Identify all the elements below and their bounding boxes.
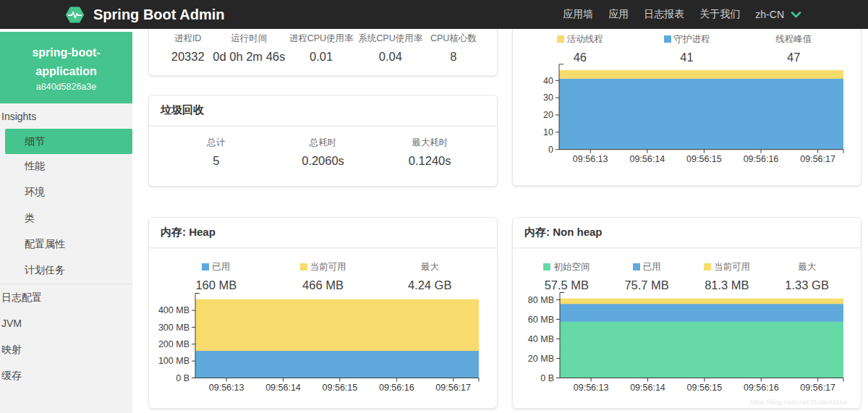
legend-label-row: 已用	[163, 262, 270, 273]
legend-label-row: 线程峰值	[740, 34, 847, 45]
legend-daemon-threads: 守护进程 41	[634, 34, 741, 64]
metric-label: CPU核心数	[424, 33, 483, 44]
locale-value: zh-CN	[755, 9, 784, 20]
svg-text:09:56:14: 09:56:14	[630, 383, 665, 393]
svg-text:09:56:13: 09:56:13	[574, 383, 609, 393]
sidebar-item-details[interactable]: 细节	[25, 135, 45, 148]
nonheap-committed-swatch	[704, 263, 711, 271]
nav-item-about[interactable]: 关于我们	[699, 8, 740, 21]
svg-text:40: 40	[543, 76, 553, 86]
process-metrics-row: 进程ID 20332 运行时间 0d 0h 2m 46s 进程CPU使用率 0.…	[163, 33, 483, 64]
threads-chart: 01020304009:56:1309:56:1409:56:1509:56:1…	[513, 62, 854, 165]
svg-text:300 MB: 300 MB	[158, 323, 190, 333]
live-threads-swatch	[557, 35, 564, 43]
nonheap-legend: 初始空间 57.5 MB 已用 75.7 MB 当前可用 81.3 MB 最大 …	[527, 262, 847, 292]
svg-text:80 MB: 80 MB	[528, 295, 554, 305]
metric-label: 进程CPU使用率	[285, 33, 357, 44]
application-name-line2: application	[0, 62, 132, 81]
legend-label: 最大	[421, 262, 439, 272]
legend-nonheap-committed: 当前可用 81.3 MB	[687, 262, 767, 292]
application-name-line1: spring-boot-	[0, 43, 132, 62]
svg-text:09:56:14: 09:56:14	[265, 383, 301, 393]
svg-text:400 MB: 400 MB	[158, 305, 190, 315]
legend-heap-used: 已用 160 MB	[163, 262, 270, 292]
metric-value: 0.2060s	[270, 153, 377, 168]
svg-text:09:56:16: 09:56:16	[379, 383, 414, 393]
metric-gc-count: 总计 5	[163, 137, 270, 168]
metric-process-cpu: 进程CPU使用率 0.01	[285, 33, 357, 64]
heap-legend: 已用 160 MB 当前可用 466 MB 最大 4.24 GB	[163, 262, 483, 292]
svg-text:100 MB: 100 MB	[158, 356, 190, 366]
legend-label: 初始空间	[553, 262, 590, 272]
svg-text:200 MB: 200 MB	[158, 339, 190, 349]
navbar-menu: 应用墙 应用 日志报表 关于我们 zh-CN	[563, 0, 801, 29]
legend-nonheap-initial: 初始空间 57.5 MB	[527, 262, 607, 292]
sidebar-item-scheduled-tasks[interactable]: 计划任务	[25, 264, 65, 277]
brand[interactable]: Spring Boot Admin	[65, 0, 224, 29]
gc-metrics-row: 总计 5 总耗时 0.2060s 最大耗时 0.1240s	[163, 137, 483, 168]
application-box[interactable]: spring-boot- application a840d5826a3e	[0, 32, 132, 103]
metric-value: 5	[163, 153, 270, 168]
sidebar-item-classes[interactable]: 类	[25, 212, 35, 225]
spring-boot-admin-page: 垃圾回收 内存: Heap 内存: Non heap 进程ID 20332 运行…	[0, 0, 868, 413]
svg-text:20: 20	[543, 110, 553, 120]
metric-label: 最大耗时	[376, 137, 483, 148]
csdn-watermark: https://blog.csdn.net/Student111w	[750, 399, 847, 406]
legend-label-row: 当前可用	[270, 262, 377, 273]
svg-text:09:56:13: 09:56:13	[209, 383, 244, 393]
svg-text:09:56:15: 09:56:15	[687, 383, 723, 393]
svg-text:0: 0	[548, 145, 553, 155]
metric-label: 进程ID	[163, 33, 213, 44]
svg-text:60 MB: 60 MB	[528, 315, 554, 325]
metric-label: 总计	[163, 137, 270, 148]
nav-item-applications-wall[interactable]: 应用墙	[563, 8, 593, 21]
locale-dropdown[interactable]: zh-CN	[755, 9, 801, 20]
heap-committed-swatch	[300, 263, 307, 271]
legend-live-threads: 活动线程 46	[527, 34, 634, 64]
sidebar-item-jvm[interactable]: JVM	[1, 318, 22, 329]
memory-heap-card-title: 内存: Heap	[149, 218, 497, 248]
legend-nonheap-max: 最大 1.33 GB	[767, 262, 847, 292]
legend-label-row: 当前可用	[687, 262, 767, 273]
metric-process-id: 进程ID 20332	[163, 33, 213, 64]
legend-heap-max: 最大 4.24 GB	[376, 262, 483, 292]
top-navbar: Spring Boot Admin 应用墙 应用 日志报表 关于我们 zh-CN	[0, 0, 868, 29]
metric-value: 20332	[163, 49, 213, 64]
svg-text:30: 30	[543, 93, 553, 103]
svg-text:09:56:16: 09:56:16	[744, 383, 779, 393]
sidebar-section-insights: Insights	[1, 111, 36, 122]
memory-nonheap-card-title: 内存: Non heap	[513, 218, 861, 248]
legend-label-row: 初始空间	[527, 262, 607, 273]
nav-item-journal[interactable]: 日志报表	[644, 8, 684, 21]
sidebar-item-environment[interactable]: 环境	[25, 186, 45, 199]
nav-item-applications[interactable]: 应用	[608, 8, 629, 21]
svg-text:09:56:13: 09:56:13	[573, 154, 608, 164]
metric-system-cpu: 系统CPU使用率 0.04	[357, 33, 424, 64]
sidebar-divider	[0, 284, 132, 284]
sidebar: spring-boot- application a840d5826a3e In…	[0, 29, 132, 413]
sidebar-item-performance[interactable]: 性能	[25, 160, 45, 173]
spring-boot-admin-logo-icon	[65, 5, 85, 25]
legend-label-row: 活动线程	[527, 34, 634, 45]
legend-label: 最大	[798, 262, 816, 272]
legend-label: 已用	[212, 262, 230, 272]
legend-heap-committed: 当前可用 466 MB	[270, 262, 377, 292]
brand-title: Spring Boot Admin	[93, 7, 224, 23]
daemon-threads-swatch	[664, 35, 671, 43]
sidebar-item-mappings[interactable]: 映射	[1, 344, 22, 357]
sidebar-item-loggers[interactable]: 日志配置	[1, 291, 42, 305]
heap-memory-chart: 0 B100 MB200 MB300 MB400 MB09:56:1309:56…	[149, 289, 490, 398]
metric-value: 0.04	[357, 49, 424, 64]
metric-gc-max-time: 最大耗时 0.1240s	[376, 137, 483, 168]
legend-label-row: 已用	[607, 262, 687, 273]
chevron-down-icon	[791, 12, 801, 18]
metric-value: 0.01	[285, 49, 357, 64]
svg-text:09:56:17: 09:56:17	[435, 383, 471, 393]
sidebar-item-config-props[interactable]: 配置属性	[25, 238, 65, 251]
sidebar-item-caches[interactable]: 缓存	[1, 370, 22, 383]
svg-text:0 B: 0 B	[540, 373, 554, 383]
svg-text:09:56:15: 09:56:15	[323, 383, 358, 393]
legend-label-row: 最大	[767, 262, 847, 273]
legend-label-row: 最大	[376, 262, 483, 273]
application-instance-id: a840d5826a3e	[0, 82, 132, 92]
